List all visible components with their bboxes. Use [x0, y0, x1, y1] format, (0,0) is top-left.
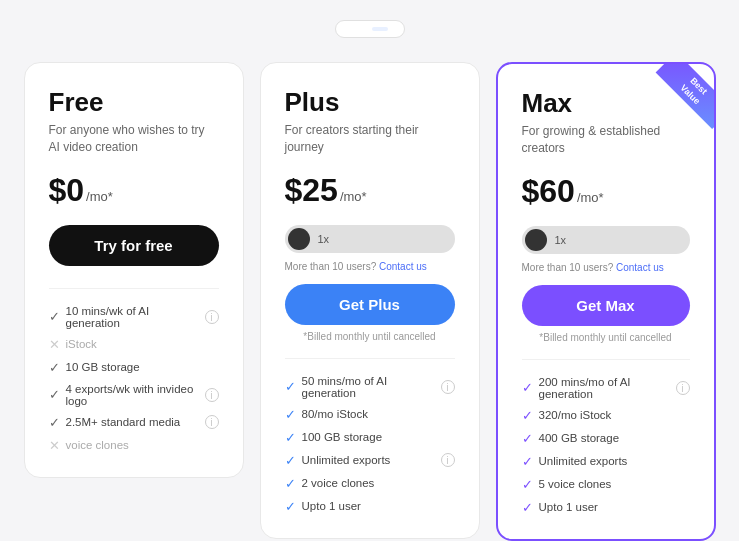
feature-item: ✓ 320/mo iStock — [522, 408, 690, 423]
slider-row-max[interactable]: 1x — [522, 226, 690, 254]
best-value-badge: BestValue — [644, 64, 714, 134]
feature-list-max: ✓ 200 mins/mo of AI generation i ✓ 320/m… — [522, 376, 690, 515]
cta-button-plus[interactable]: Get Plus — [285, 284, 455, 325]
check-icon: ✓ — [49, 309, 60, 324]
feature-item: ✓ 400 GB storage — [522, 431, 690, 446]
feature-text: iStock — [66, 338, 97, 350]
feature-item: ✓ Upto 1 user — [522, 500, 690, 515]
feature-item: ✓ 2.5M+ standard media i — [49, 415, 219, 430]
plan-card-max: BestValue MaxFor growing & established c… — [496, 62, 716, 541]
plan-card-free: FreeFor anyone who wishes to try AI vide… — [24, 62, 244, 478]
price-amount-free: $0 — [49, 172, 85, 209]
feature-item-disabled: ✕ voice clones — [49, 438, 219, 453]
info-icon[interactable]: i — [205, 310, 219, 324]
check-icon: ✓ — [285, 499, 296, 514]
feature-text: 10 GB storage — [66, 361, 140, 373]
feature-item: ✓ 5 voice clones — [522, 477, 690, 492]
info-icon[interactable]: i — [441, 380, 455, 394]
info-icon[interactable]: i — [676, 381, 690, 395]
check-icon: ✓ — [285, 379, 296, 394]
check-icon: ✓ — [522, 477, 533, 492]
slider-row-plus[interactable]: 1x — [285, 225, 455, 253]
cta-button-free[interactable]: Try for free — [49, 225, 219, 266]
plan-desc-free: For anyone who wishes to try AI video cr… — [49, 122, 219, 156]
feature-item: ✓ 50 mins/mo of AI generation i — [285, 375, 455, 399]
billing-toggle[interactable] — [335, 20, 405, 38]
price-amount-plus: $25 — [285, 172, 338, 209]
check-icon: ✓ — [285, 453, 296, 468]
slider-value-max: 1x — [555, 234, 567, 246]
check-icon: ✓ — [285, 430, 296, 445]
x-icon: ✕ — [49, 337, 60, 352]
check-icon: ✓ — [522, 431, 533, 446]
price-unit-free: /mo* — [86, 189, 113, 204]
check-icon: ✓ — [285, 476, 296, 491]
feature-text: 2 voice clones — [302, 477, 375, 489]
best-value-text: BestValue — [655, 64, 714, 129]
price-row-plus: $25 /mo* — [285, 172, 455, 209]
info-icon[interactable]: i — [205, 388, 219, 402]
plan-card-plus: PlusFor creators starting their journey … — [260, 62, 480, 539]
feature-text: Unlimited exports — [302, 454, 391, 466]
check-icon: ✓ — [49, 415, 60, 430]
info-icon[interactable]: i — [441, 453, 455, 467]
contact-row-plus: More than 10 users? Contact us — [285, 261, 455, 272]
feature-text: 5 voice clones — [539, 478, 612, 490]
feature-item-disabled: ✕ iStock — [49, 337, 219, 352]
check-icon: ✓ — [522, 380, 533, 395]
feature-text: Upto 1 user — [302, 500, 361, 512]
plan-desc-plus: For creators starting their journey — [285, 122, 455, 156]
feature-text: voice clones — [66, 439, 129, 451]
contact-row-max: More than 10 users? Contact us — [522, 262, 690, 273]
x-icon: ✕ — [49, 438, 60, 453]
info-icon[interactable]: i — [205, 415, 219, 429]
check-icon: ✓ — [49, 360, 60, 375]
check-icon: ✓ — [522, 408, 533, 423]
price-unit-max: /mo* — [577, 190, 604, 205]
pricing-cards: FreeFor anyone who wishes to try AI vide… — [24, 62, 716, 541]
check-icon: ✓ — [285, 407, 296, 422]
check-icon: ✓ — [49, 387, 60, 402]
check-icon: ✓ — [522, 454, 533, 469]
billed-note-plus: *Billed monthly until cancelled — [285, 331, 455, 342]
check-icon: ✓ — [522, 500, 533, 515]
feature-list-plus: ✓ 50 mins/mo of AI generation i ✓ 80/mo … — [285, 375, 455, 514]
feature-item: ✓ 100 GB storage — [285, 430, 455, 445]
feature-text: 50 mins/mo of AI generation — [302, 375, 435, 399]
divider-plus — [285, 358, 455, 359]
price-amount-max: $60 — [522, 173, 575, 210]
slider-thumb-max — [525, 229, 547, 251]
divider-max — [522, 359, 690, 360]
plan-name-plus: Plus — [285, 87, 455, 118]
discount-badge — [372, 27, 388, 31]
feature-text: 10 mins/wk of AI generation — [66, 305, 199, 329]
feature-item: ✓ 10 GB storage — [49, 360, 219, 375]
price-row-max: $60 /mo* — [522, 173, 690, 210]
feature-text: 80/mo iStock — [302, 408, 368, 420]
feature-item: ✓ 2 voice clones — [285, 476, 455, 491]
feature-item: ✓ Unlimited exports i — [285, 453, 455, 468]
divider-free — [49, 288, 219, 289]
feature-text: 2.5M+ standard media — [66, 416, 181, 428]
feature-item: ✓ 4 exports/wk with invideo logo i — [49, 383, 219, 407]
cta-button-max[interactable]: Get Max — [522, 285, 690, 326]
slider-thumb-plus — [288, 228, 310, 250]
feature-list-free: ✓ 10 mins/wk of AI generation i ✕ iStock… — [49, 305, 219, 453]
feature-item: ✓ 10 mins/wk of AI generation i — [49, 305, 219, 329]
feature-item: ✓ Unlimited exports — [522, 454, 690, 469]
feature-text: 4 exports/wk with invideo logo — [66, 383, 199, 407]
feature-text: Unlimited exports — [539, 455, 628, 467]
contact-link-plus[interactable]: Contact us — [379, 261, 427, 272]
contact-link-max[interactable]: Contact us — [616, 262, 664, 273]
feature-item: ✓ Upto 1 user — [285, 499, 455, 514]
plan-name-free: Free — [49, 87, 219, 118]
feature-item: ✓ 200 mins/mo of AI generation i — [522, 376, 690, 400]
feature-item: ✓ 80/mo iStock — [285, 407, 455, 422]
price-row-free: $0 /mo* — [49, 172, 219, 209]
price-unit-plus: /mo* — [340, 189, 367, 204]
feature-text: 320/mo iStock — [539, 409, 612, 421]
billed-note-max: *Billed monthly until cancelled — [522, 332, 690, 343]
feature-text: Upto 1 user — [539, 501, 598, 513]
feature-text: 400 GB storage — [539, 432, 620, 444]
slider-value-plus: 1x — [318, 233, 330, 245]
